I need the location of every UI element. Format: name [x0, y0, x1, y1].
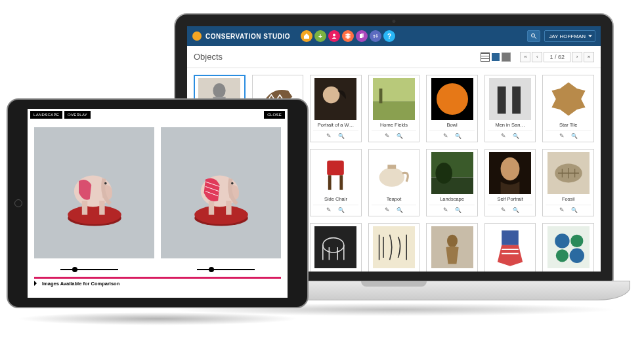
object-thumbnail — [547, 226, 590, 268]
object-card[interactable]: Teapot — [368, 149, 420, 216]
object-thumbnail — [431, 152, 473, 194]
view-grid-small-icon[interactable] — [502, 52, 511, 62]
overlay-button[interactable]: OVERLAY — [64, 111, 91, 119]
object-card[interactable]: Calligraphy — [368, 223, 420, 272]
page-next-button[interactable]: › — [572, 52, 582, 62]
tablet-device: LANDSCAPE OVERLAY CLOSE — [7, 98, 309, 308]
zoom-icon[interactable] — [513, 132, 519, 139]
edit-icon[interactable] — [501, 132, 506, 139]
page-last-button[interactable]: » — [584, 52, 594, 62]
object-thumbnail — [489, 226, 531, 268]
svg-point-3 — [532, 34, 535, 37]
app-title: CONSERVATION STUDIO — [205, 33, 290, 40]
stack-icon[interactable] — [342, 30, 354, 42]
zoom-icon[interactable] — [455, 207, 462, 213]
object-title: Teapot — [372, 196, 417, 203]
object-actions — [488, 205, 533, 213]
help-icon[interactable]: ? — [383, 30, 395, 42]
object-card[interactable]: Tile — [542, 223, 594, 272]
object-card[interactable]: Home Fields — [368, 75, 420, 142]
object-card[interactable]: Men in San… — [484, 75, 536, 142]
edit-icon[interactable] — [443, 207, 448, 213]
right-slider[interactable] — [197, 269, 255, 270]
search-icon — [530, 33, 537, 39]
object-title: Bowl — [429, 122, 475, 129]
object-thumbnail — [373, 226, 415, 268]
edit-icon[interactable] — [385, 132, 390, 139]
svg-point-45 — [556, 249, 569, 262]
svg-rect-18 — [512, 87, 521, 114]
object-title: Home Fields — [372, 122, 417, 129]
compare-pane-right[interactable] — [161, 127, 281, 258]
object-card[interactable]: Fossil — [542, 149, 594, 216]
object-title: Calligraphy — [372, 270, 417, 272]
object-card[interactable]: Self Portrait — [484, 149, 536, 216]
svg-point-30 — [435, 163, 452, 184]
svg-rect-11 — [373, 78, 415, 101]
user-menu-button[interactable]: JAY HOFFMAN — [544, 30, 595, 42]
edit-icon[interactable] — [326, 132, 332, 139]
left-slider[interactable] — [60, 269, 118, 270]
page-prev-button[interactable]: ‹ — [532, 52, 542, 62]
object-actions — [372, 131, 417, 139]
object-card[interactable]: Bowl — [426, 75, 478, 142]
zoom-icon[interactable] — [338, 207, 345, 213]
object-actions — [429, 131, 475, 139]
svg-point-32 — [501, 157, 520, 180]
edit-icon[interactable] — [443, 132, 448, 139]
object-thumbnail — [489, 152, 531, 194]
zoom-icon[interactable] — [455, 132, 462, 139]
tablet-footer[interactable]: Images Available for Comparison — [28, 279, 288, 288]
view-grid-large-icon[interactable] — [491, 52, 500, 62]
search-button[interactable] — [527, 30, 540, 42]
documents-icon[interactable] — [356, 30, 368, 42]
object-card[interactable]: Side Chair — [310, 149, 362, 216]
home-icon[interactable] — [301, 30, 312, 42]
footer-label: Images Available for Comparison — [42, 281, 119, 287]
sync-icon[interactable] — [370, 30, 381, 42]
svg-point-43 — [555, 233, 569, 248]
object-thumbnail — [314, 78, 356, 120]
svg-point-44 — [570, 235, 583, 247]
object-actions — [313, 131, 358, 139]
object-actions — [313, 205, 358, 213]
object-card[interactable]: Virgin and Child — [426, 223, 478, 272]
object-actions — [546, 205, 591, 213]
edit-icon[interactable] — [326, 207, 332, 213]
object-card[interactable]: Shoulder Bag — [484, 223, 536, 272]
object-card[interactable]: Skeleton — [310, 223, 362, 272]
zoom-icon[interactable] — [571, 132, 578, 139]
user-name: JAY HOFFMAN — [549, 33, 586, 39]
object-thumbnail — [314, 226, 356, 268]
svg-point-52 — [104, 182, 107, 185]
svg-point-6 — [213, 83, 226, 98]
object-thumbnail — [314, 152, 356, 194]
zoom-icon[interactable] — [571, 207, 578, 213]
object-card[interactable]: Star Tile — [542, 75, 594, 142]
compare-pane-left[interactable] — [34, 127, 154, 258]
edit-icon[interactable] — [385, 207, 390, 213]
zoom-icon[interactable] — [397, 132, 403, 139]
add-icon[interactable]: + — [314, 30, 326, 42]
svg-point-10 — [323, 87, 340, 104]
zoom-icon[interactable] — [397, 207, 403, 213]
toolbar-icons: + ? — [301, 30, 395, 42]
edit-icon[interactable] — [501, 207, 506, 213]
edit-icon[interactable] — [559, 207, 565, 213]
view-list-icon[interactable] — [481, 52, 490, 62]
edit-icon[interactable] — [559, 132, 565, 139]
object-thumbnail — [431, 78, 473, 120]
zoom-icon[interactable] — [513, 207, 519, 213]
tablet-home-button[interactable] — [14, 199, 22, 207]
page-first-button[interactable]: « — [520, 52, 530, 62]
object-card[interactable]: Landscape — [426, 149, 478, 216]
zoom-icon[interactable] — [338, 132, 345, 139]
people-icon[interactable] — [328, 30, 340, 42]
svg-point-15 — [437, 83, 468, 115]
landscape-button[interactable]: LANDSCAPE — [30, 111, 62, 119]
object-title: Tile — [546, 270, 591, 272]
object-card[interactable]: Portrait of a W… — [310, 75, 362, 142]
object-thumbnail — [373, 78, 415, 120]
object-thumbnail — [373, 152, 415, 194]
close-button[interactable]: CLOSE — [264, 111, 285, 119]
